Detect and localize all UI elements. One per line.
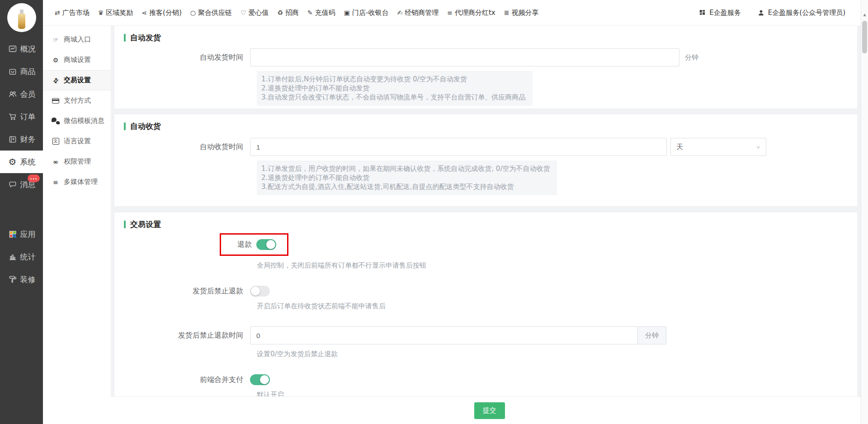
toggle-knob	[251, 287, 260, 296]
auto-receive-time-label: 自动收货时间	[114, 142, 250, 152]
heart-icon: ♡	[241, 9, 246, 16]
auto-delivery-time-input[interactable]	[250, 48, 679, 66]
nav-label: 招商	[285, 9, 299, 17]
subnav-label: 多媒体管理	[64, 178, 98, 186]
sidebar-item-messages[interactable]: ... 消息	[0, 173, 43, 196]
toggle-knob	[260, 375, 269, 384]
section-accent-bar	[124, 122, 126, 130]
merge-pay-label: 前端合并支付	[114, 375, 250, 385]
submit-bar: 提交	[111, 396, 868, 424]
sidebar-item-label: 应用	[20, 229, 36, 240]
nav-video-share[interactable]: ≣视频分享	[504, 9, 539, 17]
sidebar-item-decorate[interactable]: 装修	[0, 268, 43, 291]
forbid-refund-time-label: 发货后禁止退款时间	[114, 331, 250, 340]
swap-diagonal-icon: ⇄	[50, 75, 61, 85]
nav-store-cashier[interactable]: ▣门店-收银台	[344, 9, 389, 17]
nav-recharge-code[interactable]: ✎充值码	[307, 9, 335, 17]
gear-icon: ⚙	[52, 57, 60, 64]
trade-settings-card: 交易设置 退款 全局控制，关闭后前端所有订单都不行显示申请售后按钮 发货后禁止退…	[114, 212, 857, 396]
account-label: E企盈服务(公众号管理员)	[768, 9, 845, 17]
subnav-label: 微信模板消息	[64, 117, 104, 125]
sidebar-item-goods[interactable]: 商品	[0, 60, 43, 83]
sidebar-item-overview[interactable]: 概况	[0, 38, 43, 60]
subnav-label: 语言设置	[64, 137, 91, 146]
pointer-icon: ☞	[52, 36, 60, 43]
minutes-addon: 分钟	[637, 326, 666, 344]
users-icon	[8, 89, 18, 99]
nav-region-reward[interactable]: ♛区域奖励	[98, 9, 133, 17]
refund-toggle[interactable]	[256, 239, 276, 250]
perfume-bottle-image	[18, 14, 25, 29]
subnav-mall-entry[interactable]: ☞商城入口	[43, 29, 111, 50]
merge-pay-help: 默认开启	[257, 391, 857, 396]
refund-label: 退款	[237, 240, 252, 250]
section-accent-bar	[124, 34, 126, 42]
sidebar-item-orders[interactable]: 订单	[0, 105, 43, 128]
subnav-wechat-template[interactable]: 微信模板消息	[43, 111, 111, 131]
subnav-label: 支付方式	[64, 96, 91, 105]
sidebar-item-label: 订单	[20, 112, 36, 122]
auto-delivery-help: 1.订单付款后,N分钟后订单状态自动变更为待收货 0/空为不自动发货 2.退换货…	[257, 71, 533, 106]
wallet-icon: ¥	[8, 134, 18, 144]
nav-agent-dividend[interactable]: ≡代理商分红tx	[447, 9, 495, 17]
nav-label: 区域奖励	[106, 9, 133, 17]
page-scrollbar[interactable]: ▲	[861, 0, 868, 424]
help-line: 3.配送方式为自提,酒店入住,配送站送货,司机配送,自提点的配送类型不支持自动收…	[261, 182, 550, 191]
minutes-suffix: 分钟	[685, 53, 698, 62]
nav-label: 聚合供应链	[198, 9, 232, 17]
auto-receive-time-input[interactable]	[250, 138, 667, 156]
circle-icon: ○	[190, 9, 196, 16]
nav-love-value[interactable]: ♡爱心值	[241, 9, 269, 17]
forbid-refund-time-input[interactable]	[250, 326, 638, 344]
subnav-label: 交易设置	[64, 76, 91, 85]
forbid-refund-toggle[interactable]	[250, 286, 270, 297]
subnav-payment-methods[interactable]: 支付方式	[43, 90, 111, 111]
help-line: 1.订单发货后，用户收货的时间，如果在期间未确认收货，系统自动完成收货, 0/空…	[261, 164, 550, 173]
subnav-mall-settings[interactable]: ⚙商城设置	[43, 50, 111, 70]
grid-icon	[698, 9, 706, 17]
subnav-label: 权限管理	[64, 157, 91, 166]
sidebar-item-stats[interactable]: 统计	[0, 245, 43, 268]
subnav-label: 商城入口	[64, 35, 91, 44]
nav-supply-chain[interactable]: ○聚合供应链	[190, 9, 232, 17]
forbid-refund-help: 开启后订单在待收货状态前端不能申请售后	[257, 302, 857, 311]
recycle-icon: ♻	[278, 9, 283, 16]
subnav-permission-management[interactable]: ∞权限管理	[43, 151, 111, 172]
unit-select-value: 天	[676, 143, 683, 151]
scrollbar-thumb[interactable]	[862, 21, 867, 53]
merge-pay-toggle[interactable]	[250, 374, 270, 385]
swap-icon: ⇄	[55, 9, 60, 16]
monitor-icon: ▣	[344, 9, 350, 16]
auto-delivery-time-label: 自动发货时间	[114, 53, 250, 62]
sidebar-item-finance[interactable]: ¥ 财务	[0, 128, 43, 151]
list-icon: ≡	[52, 179, 60, 186]
apps-icon	[8, 229, 18, 239]
submit-button[interactable]: 提交	[474, 402, 505, 419]
sidebar-item-system[interactable]: ⚙ 系统	[0, 151, 43, 173]
subnav-multimedia-management[interactable]: ≡多媒体管理	[43, 172, 111, 192]
nav-ad-market[interactable]: ⇄广告市场	[55, 9, 90, 17]
nav-tuike-distribution[interactable]: ⋖推客(分销)	[142, 9, 181, 17]
nav-label: 代理商分红tx	[455, 9, 495, 17]
sidebar-item-label: 财务	[20, 134, 36, 145]
help-line: 2.退换货处理中的订单不能自动收货	[261, 173, 550, 182]
account-menu[interactable]: E企盈服务(公众号管理员)	[757, 9, 845, 17]
auto-receive-help: 1.订单发货后，用户收货的时间，如果在期间未确认收货，系统自动完成收货, 0/空…	[257, 160, 557, 195]
unit-select[interactable]: 天 ∨	[670, 138, 766, 156]
sidebar-item-apps[interactable]: 应用	[0, 223, 43, 245]
nav-dealer-management[interactable]: ✍经销商管理	[397, 9, 439, 17]
sidebar-item-members[interactable]: 会员	[0, 83, 43, 105]
writing-icon: ✍	[397, 9, 402, 16]
nav-label: 门店-收银台	[352, 9, 388, 17]
nav-investment[interactable]: ♻招商	[278, 9, 299, 17]
subnav-language-settings[interactable]: 文语言设置	[43, 131, 111, 151]
trophy-icon: ♛	[98, 9, 104, 16]
section-accent-bar	[124, 221, 126, 228]
scroll-up-arrow[interactable]: ▲	[861, 13, 868, 17]
service-menu[interactable]: E企盈服务	[698, 9, 741, 17]
avatar[interactable]	[7, 3, 36, 32]
message-badge: ...	[28, 174, 40, 182]
settings-subnav: ☞商城入口 ⚙商城设置 ⇄交易设置 支付方式 微信模板消息 文语言设置 ∞权限管…	[43, 26, 111, 424]
top-navbar: ⇄广告市场 ♛区域奖励 ⋖推客(分销) ○聚合供应链 ♡爱心值 ♻招商 ✎充值码…	[43, 0, 868, 26]
subnav-trade-settings[interactable]: ⇄交易设置	[43, 70, 111, 90]
